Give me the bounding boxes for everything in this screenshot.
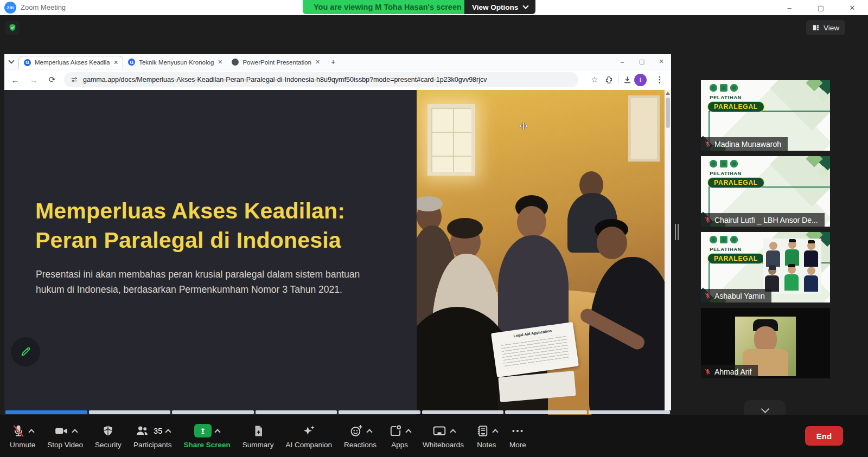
url-text: gamma.app/docs/Memperluas-Akses-Keadilan…	[83, 76, 487, 83]
group-photo	[763, 239, 821, 294]
browser-tab-3[interactable]: PowerPoint Presentation ✕	[227, 56, 324, 69]
chevron-up-icon[interactable]	[405, 429, 411, 435]
tool-label: Share Screen	[183, 441, 230, 449]
reactions-button[interactable]: Reactions	[344, 423, 376, 449]
chevron-up-icon[interactable]	[214, 429, 220, 435]
participant-name: Madina Munawaroh	[714, 140, 781, 149]
ai-companion-button[interactable]: AI Companion	[286, 423, 333, 449]
card-progress[interactable]	[5, 410, 670, 414]
progress-segment[interactable]	[89, 410, 171, 414]
chevron-up-icon[interactable]	[366, 429, 372, 435]
end-meeting-button[interactable]: End	[805, 426, 843, 446]
tool-label: Unmute	[10, 441, 35, 449]
progress-segment[interactable]	[339, 410, 420, 414]
virtual-bg-text: PELATIHAN	[710, 246, 742, 252]
panel-resize-handle[interactable]	[675, 224, 679, 240]
close-button[interactable]: ✕	[837, 0, 868, 15]
chevron-up-icon[interactable]	[492, 429, 498, 435]
page-scrollbar[interactable]	[665, 90, 671, 410]
tool-label: Summary	[242, 441, 274, 449]
stop-video-button[interactable]: Stop Video	[47, 423, 83, 449]
tool-label: More	[509, 441, 526, 449]
summary-button[interactable]: Summary	[242, 423, 274, 449]
progress-segment[interactable]	[172, 410, 254, 414]
tab-title: PowerPoint Presentation	[242, 59, 311, 66]
progress-segment[interactable]	[256, 410, 337, 414]
tool-label: Apps	[391, 441, 408, 449]
more-button[interactable]: More	[509, 423, 526, 449]
participants-button[interactable]: 35 Participants	[133, 423, 172, 449]
participant-name: Ashabul Yamin	[714, 292, 765, 300]
whiteboards-button[interactable]: Whiteboards	[423, 423, 464, 449]
scroll-up-arrow-icon[interactable]	[666, 92, 670, 95]
summary-icon	[252, 424, 265, 438]
tab-search-button[interactable]	[4, 55, 18, 69]
extensions-icon[interactable]	[604, 75, 614, 85]
apps-icon	[388, 424, 403, 438]
pencil-icon	[20, 346, 31, 358]
meeting-stage: View G Memperluas Akses Keadilan: Pe ✕ G…	[0, 15, 868, 415]
tab-title: Teknik Menyusun Kronologi Ka	[139, 59, 214, 66]
chevron-up-icon[interactable]	[450, 429, 456, 435]
organization-logos	[710, 84, 738, 92]
download-icon[interactable]	[623, 75, 632, 85]
slide-title-line2: Peran Paralegal di Indonesia	[35, 226, 345, 255]
photo-window	[427, 104, 475, 176]
notes-button[interactable]: Notes	[476, 423, 497, 449]
organization-logos	[710, 236, 738, 243]
maximize-button[interactable]: ▢	[805, 0, 837, 15]
tab-close-icon[interactable]: ✕	[315, 59, 320, 66]
minimize-button[interactable]: –	[774, 0, 805, 15]
progress-segment[interactable]	[5, 410, 87, 414]
window-title: Zoom Meeting	[21, 0, 66, 15]
participant-tile[interactable]: Ahmad Arif	[701, 308, 830, 378]
view-options-button[interactable]: View Options	[464, 0, 535, 14]
tab-close-icon[interactable]: ✕	[113, 59, 118, 66]
progress-segment[interactable]	[422, 410, 504, 414]
chevron-up-icon[interactable]	[28, 429, 34, 435]
viewing-screen-banner: You are viewing M Toha Hasan's screen	[303, 0, 473, 14]
browser-menu-icon[interactable]: ⋮	[652, 72, 667, 87]
address-bar[interactable]: gamma.app/docs/Memperluas-Akses-Keadilan…	[64, 72, 578, 87]
browser-close-button[interactable]: ✕	[652, 55, 671, 69]
participant-tile[interactable]: PELATIHAN PARALEGAL Madina Munawaroh	[701, 80, 830, 151]
forward-button[interactable]: →	[26, 72, 41, 87]
apps-button[interactable]: Apps	[388, 423, 411, 449]
browser-minimize-button[interactable]: –	[612, 55, 632, 69]
chevron-down-icon	[8, 57, 14, 63]
back-button[interactable]: ←	[8, 72, 23, 87]
chevron-up-icon[interactable]	[165, 429, 171, 435]
security-button[interactable]: Security	[95, 423, 122, 449]
unmute-button[interactable]: Unmute	[10, 423, 35, 449]
reload-button[interactable]: ⟳	[44, 72, 60, 87]
virtual-bg-badge: PARALEGAL	[707, 101, 764, 112]
progress-segment[interactable]	[589, 410, 671, 414]
scrollbar-thumb[interactable]	[666, 98, 670, 128]
ai-sparkle-icon	[301, 424, 316, 438]
notes-icon	[476, 424, 489, 438]
profile-avatar[interactable]: t	[634, 74, 647, 86]
mic-muted-icon	[704, 216, 711, 223]
browser-tab-2[interactable]: G Teknik Menyusun Kronologi Ka ✕	[123, 56, 227, 69]
progress-segment[interactable]	[505, 410, 587, 414]
shield-check-icon	[8, 23, 17, 32]
shield-icon	[101, 424, 114, 438]
gamma-favicon-icon: G	[128, 59, 135, 66]
chevron-up-icon[interactable]	[72, 429, 78, 435]
participant-name: Chairul Lutfi _ LBH Ansor De...	[714, 216, 818, 224]
tool-label: Stop Video	[47, 441, 83, 449]
view-layout-button[interactable]: View	[806, 20, 845, 35]
new-tab-button[interactable]: +	[327, 55, 340, 68]
browser-maximize-button[interactable]: ▢	[632, 55, 652, 69]
tab-close-icon[interactable]: ✕	[218, 59, 222, 66]
participant-tile[interactable]: PELATIHAN PARALEGAL Chairul Lutfi _ LBH …	[701, 156, 830, 227]
participant-tile[interactable]: PELATIHAN PARALEGAL Ashabul Yamin	[701, 232, 830, 302]
bookmark-star-icon[interactable]: ☆	[587, 72, 602, 87]
share-screen-button[interactable]: Share Screen	[183, 423, 230, 449]
browser-tab-1[interactable]: G Memperluas Akses Keadilan: Pe ✕	[18, 56, 123, 69]
tool-label: Whiteboards	[423, 441, 464, 449]
security-shield-badge[interactable]	[5, 21, 20, 35]
participant-name-label: Madina Munawaroh	[701, 137, 788, 151]
edit-pencil-button[interactable]	[11, 337, 40, 366]
participants-count: 35	[154, 427, 162, 435]
